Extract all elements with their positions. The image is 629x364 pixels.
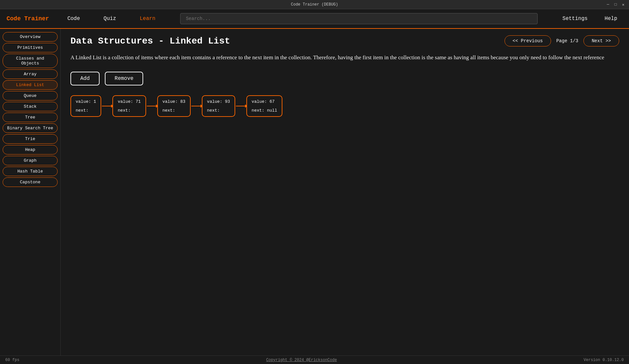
- sidebar-item-trie[interactable]: Trie: [3, 134, 58, 144]
- page-indicator: Page 1/3: [556, 38, 578, 44]
- page-header: Data Structures - Linked List << Previou…: [70, 35, 619, 46]
- close-button[interactable]: ✕: [621, 2, 626, 7]
- sidebar: Overview Primitives Classes and Objects …: [0, 29, 61, 355]
- node-next: next: null: [252, 108, 277, 113]
- nav-learn[interactable]: Learn: [134, 13, 161, 24]
- node-next: next:: [162, 108, 185, 113]
- version: Version 0.10.12.0: [584, 358, 624, 362]
- nav-code[interactable]: Code: [62, 13, 85, 24]
- arrow-line: [102, 106, 112, 106]
- search-bar: [180, 13, 537, 24]
- window-title: Code Trainer (DEBUG): [291, 2, 338, 7]
- sidebar-item-classes-and-objects[interactable]: Classes and Objects: [3, 54, 58, 68]
- sidebar-item-binary-search-tree[interactable]: Binary Search Tree: [3, 123, 58, 133]
- node-next: next:: [207, 108, 230, 113]
- app-title: Code Trainer: [7, 15, 49, 22]
- content-area: Data Structures - Linked List << Previou…: [61, 29, 629, 355]
- node-next: next:: [76, 108, 96, 113]
- remove-button[interactable]: Remove: [105, 72, 143, 85]
- sidebar-item-stack[interactable]: Stack: [3, 102, 58, 111]
- nav-right: Settings Help: [557, 13, 622, 24]
- arrow-line: [147, 106, 157, 106]
- list-node: value: 83next:: [157, 95, 191, 117]
- node-arrow: [146, 106, 157, 106]
- node-arrow: [191, 106, 202, 106]
- node-value: value: 71: [118, 99, 141, 104]
- copyright[interactable]: Copyright © 2024 @EricksonCode: [266, 358, 337, 362]
- search-input[interactable]: [180, 13, 537, 24]
- top-nav: Code Trainer Code Quiz Learn Settings He…: [0, 9, 629, 29]
- sidebar-item-linked-list[interactable]: Linked List: [3, 80, 58, 90]
- help-button[interactable]: Help: [600, 13, 622, 24]
- page-nav: << Previous Page 1/3 Next >>: [505, 35, 619, 46]
- list-node: value: 93next:: [202, 95, 235, 117]
- list-node: value: 67next: null: [246, 95, 282, 117]
- sidebar-item-heap[interactable]: Heap: [3, 145, 58, 155]
- arrow-line: [191, 106, 201, 106]
- sidebar-item-array[interactable]: Array: [3, 69, 58, 79]
- sidebar-item-capstone[interactable]: Capstone: [3, 177, 58, 187]
- description: A Linked List is a collection of items w…: [70, 53, 619, 62]
- node-value: value: 67: [252, 99, 277, 104]
- list-node: value: 71next:: [112, 95, 146, 117]
- title-bar: Code Trainer (DEBUG) — □ ✕: [0, 0, 629, 9]
- page-title: Data Structures - Linked List: [70, 36, 230, 46]
- node-arrow: [101, 106, 112, 106]
- list-node: value: 1next:: [70, 95, 101, 117]
- node-value: value: 93: [207, 99, 230, 104]
- minimize-button[interactable]: —: [605, 2, 610, 7]
- fps-counter: 60 fps: [5, 358, 19, 362]
- sidebar-item-primitives[interactable]: Primitives: [3, 43, 58, 52]
- sidebar-item-graph[interactable]: Graph: [3, 156, 58, 165]
- node-value: value: 1: [76, 99, 96, 104]
- node-next: next:: [118, 108, 141, 113]
- settings-button[interactable]: Settings: [557, 13, 593, 24]
- footer: 60 fps Copyright © 2024 @EricksonCode Ve…: [0, 355, 629, 364]
- sidebar-item-hash-table[interactable]: Hash Table: [3, 167, 58, 176]
- sidebar-item-tree[interactable]: Tree: [3, 113, 58, 122]
- add-button[interactable]: Add: [70, 72, 100, 85]
- sidebar-item-overview[interactable]: Overview: [3, 32, 58, 42]
- arrow-line: [236, 106, 246, 106]
- next-button[interactable]: Next >>: [583, 35, 619, 46]
- maximize-button[interactable]: □: [613, 2, 618, 7]
- node-arrow: [235, 106, 246, 106]
- nav-quiz[interactable]: Quiz: [98, 13, 121, 24]
- node-value: value: 83: [162, 99, 185, 104]
- sidebar-item-queue[interactable]: Queue: [3, 91, 58, 100]
- controls: Add Remove: [70, 72, 619, 85]
- previous-button[interactable]: << Previous: [505, 35, 551, 46]
- window-controls[interactable]: — □ ✕: [605, 2, 626, 7]
- linked-list-visualization: value: 1next:value: 71next:value: 83next…: [70, 95, 619, 117]
- main-layout: Overview Primitives Classes and Objects …: [0, 29, 629, 355]
